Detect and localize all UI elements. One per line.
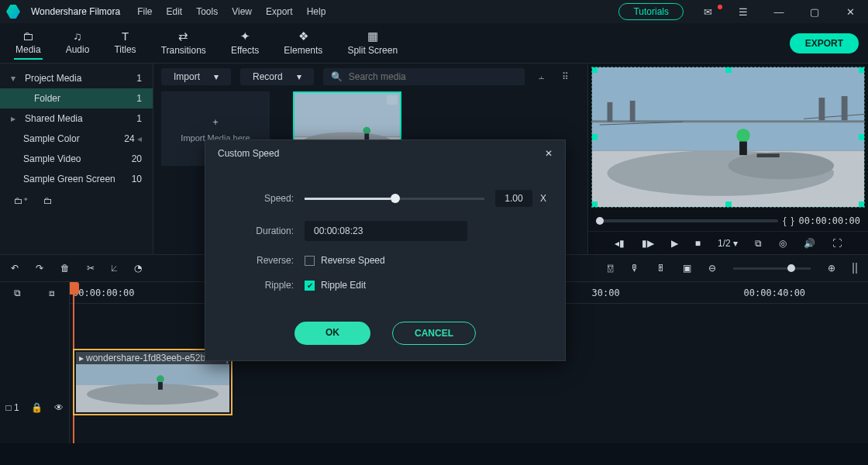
undo-button[interactable]: ↶ [11,263,19,274]
speed-button[interactable]: ◔ [134,263,142,274]
menu-view[interactable]: View [232,6,252,17]
tab-media-label: Media [16,44,41,55]
grid-view-icon[interactable]: ⠿ [559,70,572,84]
crop-button[interactable]: ⟀ [112,263,117,274]
sidebar-item-count: 1 [136,73,142,84]
marker-icon[interactable]: ⍔ [608,263,613,274]
import-dropdown[interactable]: Import▾ [161,68,231,85]
tab-audio[interactable]: ♫Audio [64,26,91,60]
window-minimize-button[interactable]: — [767,6,790,18]
preview-scrubber[interactable] [596,219,778,222]
tab-media[interactable]: 🗀Media [14,26,43,60]
folder-open-icon[interactable]: 🗀 [43,195,53,206]
sidebar-item-shared-media[interactable]: ▸Shared Media 1 [0,108,153,129]
sidebar-item-count: 1 [136,113,142,124]
svg-rect-18 [630,101,636,122]
menu-file[interactable]: File [137,6,152,17]
svg-point-3 [363,127,370,135]
zoom-fit-icon[interactable] [852,263,857,274]
ok-button[interactable]: OK [294,322,370,345]
play-button[interactable]: ▶ [671,238,678,249]
svg-rect-23 [158,382,163,390]
sidebar-footer: 🗀⁺ 🗀 [0,189,153,212]
speed-value[interactable]: 1.00 [495,190,532,207]
tab-transitions[interactable]: ⇄Transitions [160,26,208,60]
dialog-close-button[interactable]: ✕ [545,148,553,159]
svg-rect-0 [294,93,400,136]
tab-effects[interactable]: ✦Effects [229,26,260,60]
preview-scrubber-row: { } 00:00:00:00 [588,211,868,231]
window-close-button[interactable]: ✕ [839,6,862,18]
redo-button[interactable]: ↷ [36,263,43,274]
chevron-left-icon[interactable]: ◂ [137,133,142,144]
sidebar-item-project-media[interactable]: ▾Project Media 1 [0,68,153,88]
cancel-button[interactable]: CANCEL [392,322,476,345]
tracks-manage-icon[interactable]: ⧉ [14,288,21,298]
record-label: Record [253,71,283,82]
export-button[interactable]: EXPORT [790,33,859,53]
scrubber-knob[interactable] [596,217,604,225]
fullscreen-icon[interactable]: ⛶ [832,238,842,249]
lock-icon[interactable]: 🔒 [31,402,43,413]
zoom-knob[interactable] [787,264,795,272]
tutorials-button[interactable]: Tutorials [618,3,684,20]
import-label: Import [174,71,200,82]
window-maximize-button[interactable]: ▢ [803,6,826,18]
volume-icon[interactable]: 🔊 [804,238,815,249]
sidebar-item-sample-green-screen[interactable]: Sample Green Screen 10 [0,169,153,189]
tasklist-icon[interactable]: ☰ [732,6,755,18]
playback-rate-value: 1/2 [718,238,731,249]
audio-mixer-icon[interactable]: 🎚 [656,263,666,274]
keyframe-icon[interactable]: ▣ [683,263,691,274]
mark-in-label[interactable]: { [783,215,786,226]
sidebar-item-folder[interactable]: Folder 1 [0,88,153,108]
menu-edit[interactable]: Edit [167,6,183,17]
ripple-checkbox[interactable]: ✔ [305,281,315,291]
new-folder-icon[interactable]: 🗀⁺ [14,195,28,206]
reverse-checkbox[interactable] [305,256,315,266]
menu-tools[interactable]: Tools [196,6,218,17]
category-toolbar: 🗀Media ♫Audio TTitles ⇄Transitions ✦Effe… [0,23,868,64]
stop-button[interactable]: ■ [695,238,701,249]
zoom-out-button[interactable]: ⊖ [708,263,716,274]
mark-out-label[interactable]: } [791,215,794,226]
filter-icon[interactable]: ⫠ [534,70,549,84]
sidebar-item-sample-color[interactable]: Sample Color 24 ◂ [0,129,153,149]
zoom-in-button[interactable]: ⊕ [828,263,835,274]
speed-slider[interactable] [305,198,484,200]
reverse-option-label: Reverse Speed [321,255,385,266]
record-dropdown[interactable]: Record▾ [240,68,314,85]
menu-help[interactable]: Help [307,6,326,17]
timeline-head-row: ⧉ ⧈ [0,282,69,304]
link-icon[interactable]: ⧈ [49,288,55,298]
step-back-button[interactable]: ▮▶ [642,238,654,249]
sidebar-item-label: Sample Green Screen [11,174,115,184]
preview-viewport[interactable] [591,67,865,208]
chevron-down-icon: ▾ [214,71,219,82]
sidebar-item-sample-video[interactable]: Sample Video 20 [0,149,153,169]
zoom-slider[interactable] [733,267,811,270]
sidebar-item-label: Sample Color [11,133,80,144]
snapshot-icon[interactable]: ◎ [779,238,787,249]
search-input[interactable] [349,71,517,82]
tab-elements[interactable]: ❖Elements [282,26,324,60]
play-icon: ▸ [79,353,84,363]
titlebar: Wondershare Filmora File Edit Tools View… [0,0,868,23]
visibility-icon[interactable]: 👁 [54,402,64,413]
message-icon[interactable]: ✉ [696,6,719,18]
tab-titles[interactable]: TTitles [112,26,137,60]
voiceover-icon[interactable]: 🎙 [630,263,639,274]
media-type-badge-icon [387,95,398,105]
prev-frame-button[interactable]: ◂▮ [615,238,625,249]
track-header[interactable]: □ 1 🔒 👁 [0,397,69,418]
cut-button[interactable]: ✂ [87,263,95,274]
menu-export[interactable]: Export [266,6,293,17]
display-mode-icon[interactable]: ⧉ [755,238,762,249]
svg-rect-16 [842,96,848,120]
duration-input[interactable]: 00:00:08:23 [305,221,467,241]
search-box[interactable]: 🔍 [323,68,525,85]
tab-split-screen[interactable]: ▦Split Screen [346,26,399,60]
speed-slider-knob[interactable] [391,194,400,203]
playback-rate[interactable]: 1/2 ▾ [718,238,738,249]
delete-button[interactable]: 🗑 [60,263,70,274]
